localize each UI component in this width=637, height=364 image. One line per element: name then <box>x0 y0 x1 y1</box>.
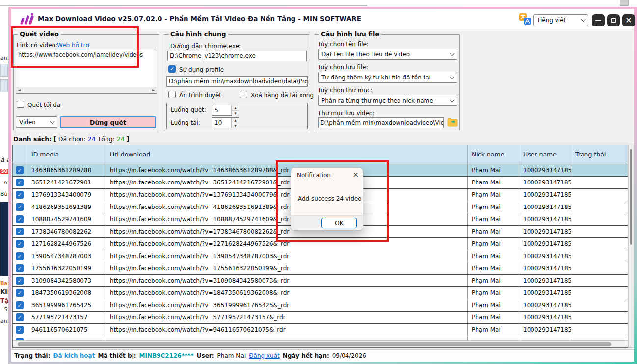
row-checkbox[interactable]: ✓ <box>16 166 24 174</box>
cell-checkbox[interactable]: ✓ <box>13 275 27 286</box>
cell-url-download: https://m.facebook.com/watch/?v=10888745… <box>106 213 468 225</box>
cell-user-name: 100029314718583 <box>519 262 571 274</box>
header-user-name[interactable]: User name <box>519 145 571 164</box>
profile-path-input[interactable]: D:\phần mềm min\maxdownloadvideo\data\Pr… <box>166 76 308 87</box>
scroll-left-icon[interactable]: ◄ <box>18 88 21 92</box>
minimize-button[interactable] <box>592 14 605 26</box>
background-divider <box>0 5 367 6</box>
row-checkbox[interactable]: ✓ <box>16 203 24 211</box>
bg-image-fragment <box>0 202 8 276</box>
web-support-link[interactable]: Web hỗ trợ <box>57 42 89 49</box>
header-nick-name[interactable]: Nick name <box>468 145 519 164</box>
table-row[interactable]: ✓946116570621075https://m.facebook.com/w… <box>13 324 628 336</box>
stepper-buttons[interactable]: ▲ ▼ <box>231 105 239 115</box>
textarea-hscrollbar[interactable]: ◄ ► <box>16 87 157 93</box>
cell-id-media: 1390547348787003 <box>27 250 106 262</box>
dialog-ok-button[interactable]: OK <box>321 218 357 228</box>
close-button[interactable]: × <box>622 14 635 26</box>
cell-id-media: 3651241421672901 <box>27 177 106 188</box>
logout-link[interactable]: Đăng xuất <box>249 352 279 359</box>
cell-checkbox[interactable]: ✓ <box>13 262 27 274</box>
cell-checkbox[interactable]: ✓ <box>13 213 27 225</box>
cell-id-media: 946116570621075 <box>27 324 106 336</box>
chrome-path-input[interactable]: D:\Chrome_v123\chrome.exe <box>167 51 307 61</box>
chevron-down-icon <box>450 97 455 102</box>
scan-threads-stepper[interactable]: 5 ▲ ▼ <box>212 105 239 116</box>
cell-checkbox[interactable]: ✓ <box>13 312 27 323</box>
download-threads-label: Luồng tải: <box>171 119 200 126</box>
max-scan-checkbox[interactable] <box>17 101 24 108</box>
stop-scan-button[interactable]: Dừng quét <box>60 116 156 128</box>
maximize-button[interactable] <box>607 14 620 26</box>
table-row[interactable]: ✓3109084342580073https://m.facebook.com/… <box>13 275 628 287</box>
cell-checkbox[interactable]: ✓ <box>13 177 27 188</box>
cell-checkbox[interactable]: ✓ <box>13 164 27 176</box>
folder-option-label: Tuỳ chọn thư mục: <box>318 87 372 94</box>
savefile-option-dropdown[interactable]: Tự động thêm ký tự khi file đã tồn tại <box>318 72 457 83</box>
header-url-download[interactable]: Url download <box>106 145 468 164</box>
stepper-buttons[interactable]: ▲ ▼ <box>231 118 239 128</box>
folder-option-dropdown[interactable]: Phân ra từng thư mục theo nick name <box>318 95 457 106</box>
chrome-path-label: Đường dẫn chrome.exe: <box>170 43 241 50</box>
table-row[interactable]: ✓3651999961765425https://m.facebook.com/… <box>13 299 628 312</box>
dialog-close-icon[interactable]: × <box>352 170 359 179</box>
row-checkbox[interactable]: ✓ <box>16 191 24 199</box>
cell-checkbox[interactable]: ✓ <box>13 201 27 213</box>
cell-url-download: https://m.facebook.com/watch/?v=31090843… <box>106 275 468 286</box>
savedir-input[interactable]: D:\phần mềm min\maxdownloadvideo\Video d… <box>318 117 444 128</box>
delete-done-checkbox[interactable] <box>240 91 247 98</box>
language-dropdown[interactable]: Tiếng việt <box>533 14 588 26</box>
cell-status <box>571 299 628 311</box>
row-checkbox[interactable]: ✓ <box>16 252 24 260</box>
stepper-up-icon[interactable]: ▲ <box>232 105 239 111</box>
row-checkbox[interactable]: ✓ <box>16 179 24 186</box>
table-row[interactable]: ✓1390547348787003https://m.facebook.com/… <box>13 250 628 262</box>
vscrollbar-thumb[interactable] <box>630 149 632 245</box>
cell-checkbox[interactable]: ✓ <box>13 299 27 311</box>
cell-user-name: 100029314718583 <box>519 226 571 237</box>
cell-status <box>571 275 628 286</box>
table-row[interactable]: ✓1271628244967526https://m.facebook.com/… <box>13 238 628 250</box>
row-checkbox[interactable]: ✓ <box>16 301 24 309</box>
dialog-message: Add success 24 video <box>298 195 362 202</box>
row-checkbox[interactable]: ✓ <box>16 215 24 223</box>
stepper-up-icon[interactable]: ▲ <box>232 118 239 123</box>
cell-checkbox[interactable]: ✓ <box>13 287 27 299</box>
row-checkbox[interactable]: ✓ <box>16 313 24 321</box>
status-bar: Trạng thái: Đã kích hoạt Mã thiết bị: MI… <box>11 349 634 362</box>
threads-box: Luồng quét: 5 ▲ ▼ Luồng tải: 10 ▲ ▼ <box>166 103 308 129</box>
table-row[interactable]: ✓1847350619362008https://m.facebook.com/… <box>13 287 628 299</box>
cell-checkbox[interactable]: ✓ <box>13 250 27 262</box>
bg-sos-badge: SOS <box>0 169 9 174</box>
browse-folder-button[interactable] <box>447 116 458 128</box>
header-id-media[interactable]: ID media <box>27 145 106 164</box>
stepper-down-icon[interactable]: ▼ <box>232 111 239 116</box>
cell-checkbox[interactable]: ✓ <box>13 189 27 201</box>
media-type-dropdown[interactable]: Video <box>16 116 57 128</box>
row-checkbox[interactable]: ✓ <box>16 264 24 272</box>
row-checkbox[interactable]: ✓ <box>16 289 24 297</box>
scroll-right-icon[interactable]: ► <box>152 88 155 92</box>
row-checkbox[interactable]: ✓ <box>16 326 24 334</box>
hscrollbar-thumb[interactable] <box>18 342 611 346</box>
video-links-textarea[interactable]: https://www.facebook.com/lameiidey/video… <box>16 50 157 94</box>
table-vscrollbar[interactable] <box>628 145 634 348</box>
use-profile-checkbox[interactable]: ✓ <box>168 65 176 73</box>
row-checkbox[interactable]: ✓ <box>16 240 24 248</box>
cell-checkbox[interactable]: ✓ <box>13 238 27 250</box>
chevron-down-icon <box>450 51 455 56</box>
title-bar: Max Download Video v25.07.02.0 - Phần Mề… <box>11 9 634 29</box>
row-checkbox[interactable]: ✓ <box>16 228 24 235</box>
stepper-down-icon[interactable]: ▼ <box>232 123 239 128</box>
header-status[interactable]: Trạng thái <box>571 145 628 164</box>
filename-option-dropdown[interactable]: Đặt tên file theo tiêu đề video <box>318 49 457 60</box>
cell-checkbox[interactable]: ✓ <box>13 226 27 237</box>
row-checkbox[interactable]: ✓ <box>16 277 24 285</box>
hide-browser-checkbox[interactable] <box>168 91 176 98</box>
download-threads-stepper[interactable]: 10 ▲ ▼ <box>212 117 239 128</box>
table-hscrollbar[interactable] <box>13 340 628 347</box>
table-row[interactable]: ✓1755616322050199https://m.facebook.com/… <box>13 262 628 275</box>
table-row[interactable]: ✓577195721473157https://m.facebook.com/w… <box>13 312 628 324</box>
cell-checkbox[interactable]: ✓ <box>13 324 27 336</box>
device-value: MINB9C2126**** <box>139 352 194 359</box>
